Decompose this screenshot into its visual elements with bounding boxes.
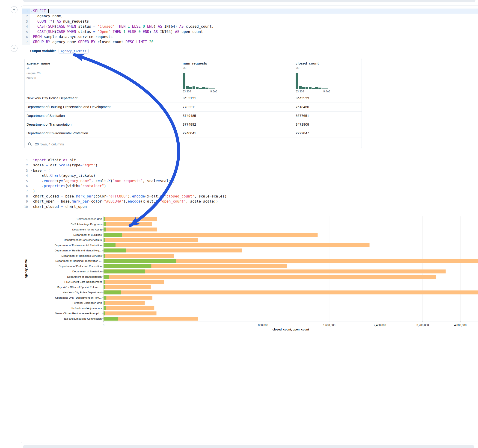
line-number: 9: [22, 199, 30, 204]
code-text: agency_name,: [33, 14, 478, 19]
line-number: 5: [22, 178, 30, 183]
line-number: 5: [22, 29, 30, 34]
bar-open-count: [104, 280, 105, 284]
bar-closed-count: [104, 275, 436, 279]
output-variable-pill[interactable]: agency_tickets: [59, 49, 88, 53]
search-icon[interactable]: [28, 142, 32, 146]
y-axis-label: Mayorâ€ s Office of Special Enforce…: [57, 286, 102, 288]
bar-open-count: [104, 238, 105, 242]
table-cell: Department of Transportation: [26, 120, 71, 129]
y-axis-label: Taxi and Limousine Commission: [64, 317, 102, 320]
line-number: 7: [22, 39, 30, 44]
code-line[interactable]: 6FROM sample_data.nyc.service_requests: [22, 34, 478, 39]
line-number: 1: [22, 158, 30, 163]
fold-gutter: [30, 194, 33, 199]
fold-gutter: [30, 14, 33, 19]
x-axis-tick-label: 0: [103, 324, 104, 327]
table-body: New York City Police Department945313194…: [25, 94, 362, 137]
column-name: agency_name: [26, 61, 50, 65]
bar-open-count: [104, 290, 121, 294]
column-meta: nulls: 0: [26, 76, 50, 80]
bar-closed-count: [104, 233, 318, 237]
bar-closed-count: [104, 222, 152, 226]
code-line[interactable]: 1▾SELECT: [22, 8, 478, 14]
table-cell: 3774892: [183, 120, 196, 129]
code-line[interactable]: 8chart_closed = base.mark_bar(color="#FF…: [22, 194, 478, 199]
x-axis-title: closed_count, open_count: [273, 328, 309, 331]
add-cell-button-middle[interactable]: +: [11, 45, 18, 52]
code-line[interactable]: 7GROUP BY agency_name ORDER BY closed_co…: [22, 39, 478, 44]
y-axis-label: Senior Citizen Rent Increase Exempti…: [55, 312, 102, 315]
code-text: scale = alt.Scale(type="sqrt"): [33, 163, 478, 168]
table-cell: New York City Police Department: [26, 94, 77, 102]
bar-closed-count: [104, 217, 157, 221]
code-line[interactable]: 10chart_closed + chart_open: [22, 204, 478, 209]
code-line[interactable]: 4 alt.Chart(agency_tickets): [22, 173, 478, 178]
table-row[interactable]: New York City Police Department945313194…: [25, 94, 362, 103]
fold-caret-icon[interactable]: ▾: [30, 168, 33, 173]
code-line[interactable]: 3 COUNT(*) AS num_requests,: [22, 19, 478, 24]
table-cell: 7782211: [183, 103, 196, 111]
line-number: 4: [22, 24, 30, 29]
code-line[interactable]: 2scale = alt.Scale(type="sqrt"): [22, 163, 478, 168]
code-line[interactable]: 3▾base = (: [22, 168, 478, 173]
code-line[interactable]: 2 agency_name,: [22, 14, 478, 19]
line-number: 6: [22, 34, 30, 39]
line-number: 10: [22, 204, 30, 209]
line-number: 2: [22, 163, 30, 168]
code-line[interactable]: 6 .properties(width="container"): [22, 183, 478, 188]
table-footer: 20 rows, 4 columns: [25, 137, 362, 149]
line-number: 8: [22, 194, 30, 199]
python-editor[interactable]: 1import altair as alt2scale = alt.Scale(…: [22, 158, 478, 209]
code-text: GROUP BY agency_name ORDER BY closed_cou…: [33, 39, 478, 44]
column-header[interactable]: num_requestsi6453,3049.5e6: [183, 61, 217, 93]
code-text: CAST(SUM(CASE WHEN status = 'Closed' THE…: [33, 24, 478, 29]
y-axis-title: agency_name: [25, 259, 28, 278]
fold-gutter: [30, 188, 33, 193]
bar-closed-count: [104, 296, 152, 300]
bar-open-count: [104, 227, 106, 231]
code-line[interactable]: 9chart_open = base.mark_bar(color="#8BC3…: [22, 199, 478, 204]
code-line[interactable]: 7): [22, 188, 478, 193]
bar-open-count: [104, 222, 106, 226]
line-number: 2: [22, 14, 30, 19]
code-text: .encode(y="agency_name", x=alt.X("num_re…: [33, 178, 478, 183]
sql-editor[interactable]: 1▾SELECT 2 agency_name,3 COUNT(*) AS num…: [22, 8, 478, 45]
fold-gutter: [30, 183, 33, 188]
table-cell: 9453131: [183, 94, 196, 102]
bar-open-count: [104, 306, 106, 310]
y-axis-label: Operations Unit - Department of Hom…: [55, 296, 102, 299]
fold-gutter: [30, 163, 33, 168]
add-cell-button-top[interactable]: +: [11, 6, 18, 13]
column-header[interactable]: closed_counti6453,3049.4e6: [296, 61, 330, 93]
code-line[interactable]: 5 .encode(y="agency_name", x=alt.X("num_…: [22, 178, 478, 183]
bar-open-count: [104, 285, 105, 289]
bar-closed-count: [104, 254, 174, 258]
fold-caret-icon[interactable]: ▾: [30, 8, 33, 14]
y-axis-label: Department for the Aging: [72, 228, 102, 231]
code-text: CAST(SUM(CASE WHEN status = 'Open' THEN …: [33, 29, 478, 34]
fold-gutter: [30, 173, 33, 178]
bar-closed-count: [104, 290, 478, 294]
code-line[interactable]: 1import altair as alt: [22, 158, 478, 163]
column-type: i64: [296, 67, 330, 70]
altair-chart: Correspondence UnitDHS Advantage Program…: [23, 216, 478, 332]
y-axis-label: Department of Health and Mental Hyg…: [54, 249, 102, 252]
histogram-range: 53,3049.5e6: [183, 90, 217, 93]
notebook-cell-panel: 1▾SELECT 2 agency_name,3 COUNT(*) AS num…: [21, 6, 478, 443]
fold-gutter: [30, 158, 33, 163]
code-text: import altair as alt: [33, 158, 478, 163]
table-row[interactable]: Department of Transportation377489234719…: [25, 120, 362, 129]
table-cell: 2240041: [183, 129, 196, 137]
x-axis-tick-label: 800,000: [258, 324, 268, 327]
code-text: base = (: [33, 168, 478, 173]
table-row[interactable]: Department of Sanitation37494853677651: [25, 111, 362, 120]
column-header[interactable]: agency_namestrunique: 20nulls: 0: [26, 61, 50, 80]
code-text: FROM sample_data.nyc.service_requests: [33, 34, 478, 39]
table-row[interactable]: Department of Environmental Protection22…: [25, 129, 362, 137]
code-line[interactable]: 5 CAST(SUM(CASE WHEN status = 'Open' THE…: [22, 29, 478, 34]
bar-open-count: [104, 269, 145, 273]
code-line[interactable]: 4 CAST(SUM(CASE WHEN status = 'Closed' T…: [22, 24, 478, 29]
table-row[interactable]: Department of Housing Preservation and D…: [25, 103, 362, 111]
y-axis-label: Department of Consumer Affairs: [64, 238, 102, 241]
